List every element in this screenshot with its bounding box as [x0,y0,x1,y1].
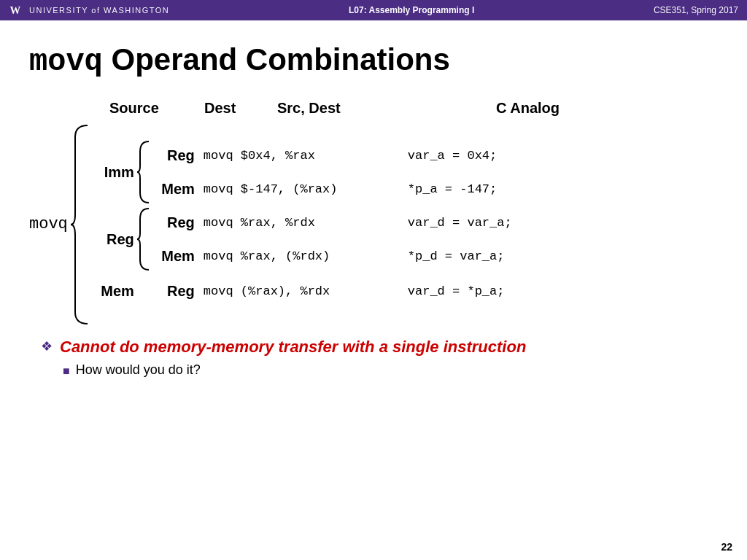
imm-group: Imm Reg movq $0x4, %rax var_a = 0x4; Mem… [94,139,512,206]
header-course-info: CSE351, Spring 2017 [654,5,738,15]
row-imm-reg: Reg movq $0x4, %rax var_a = 0x4; [155,139,497,172]
square-bullet-icon: ■ [63,365,70,378]
col-header-canalog: C Analog [496,100,657,117]
mem-group: Mem Reg movq (%rax), %rdx var_d = *p_a; [94,273,512,309]
header-university-label: UNIVERSITY of WASHINGTON [29,6,169,15]
bottom-section: ❖ Cannot do memory-memory transfer with … [29,337,718,378]
asm-mem-reg: movq (%rax), %rdx [204,284,408,298]
c-reg-mem: *p_d = var_a; [408,249,505,263]
outer-brace-icon [69,122,91,327]
asm-imm-reg: movq $0x4, %rax [204,149,408,163]
main-bullet: ❖ Cannot do memory-memory transfer with … [41,337,718,358]
title-mono: movq [29,44,103,79]
main-bullet-text: Cannot do memory-memory transfer with a … [60,337,526,358]
asm-reg-reg: movq %rax, %rdx [204,216,408,230]
c-reg-reg: var_d = var_a; [408,216,512,230]
sub-bullet-text: How would you do it? [76,362,201,378]
reg-inner-brace-icon [136,206,152,273]
svg-text:W: W [9,4,20,16]
dest-reg-label-2: Reg [155,214,195,231]
asm-reg-mem: movq %rax, (%rdx) [204,249,408,263]
reg-dest-rows: Reg movq %rax, %rdx var_d = var_a; Mem m… [155,206,512,273]
dest-mem-label-1: Mem [155,181,195,198]
page-number: 22 [721,541,732,553]
dest-reg-label-1: Reg [155,147,195,164]
source-reg-label: Reg [94,231,134,248]
column-headers: Source Dest Src, Dest C Analog [109,100,718,117]
header-course-title: L07: Assembly Programming I [349,5,474,15]
uw-logo-icon: W [9,2,25,18]
col-header-dest: Dest [204,100,263,117]
dest-mem-label-2: Mem [155,248,195,265]
main-content: movq Operand Combinations Source Dest Sr… [0,20,747,392]
imm-dest-rows: Reg movq $0x4, %rax var_a = 0x4; Mem mov… [155,139,497,206]
header-bar: W UNIVERSITY of WASHINGTON L07: Assembly… [0,0,747,20]
title-rest: Operand Combinations [103,42,450,77]
c-imm-reg: var_a = 0x4; [408,149,497,163]
movq-label: movq [29,215,68,233]
rows-container: Imm Reg movq $0x4, %rax var_a = 0x4; Mem… [94,139,512,309]
diamond-bullet-icon: ❖ [41,338,53,354]
dest-reg-label-3: Reg [155,283,195,300]
asm-imm-mem: movq $-147, (%rax) [204,182,408,196]
diagram-area: movq Imm Reg movq $0x4, %rax var_a = 0x [29,121,718,327]
col-header-source: Source [109,100,204,117]
row-mem-reg: Reg movq (%rax), %rdx var_d = *p_a; [155,274,505,308]
source-imm-label: Imm [94,164,134,181]
sub-bullet: ■ How would you do it? [63,362,718,378]
source-mem-label: Mem [94,283,134,300]
c-mem-reg: var_d = *p_a; [408,284,505,298]
c-imm-mem: *p_a = -147; [408,182,497,196]
header-left: W UNIVERSITY of WASHINGTON [9,2,169,18]
page-title: movq Operand Combinations [29,42,718,79]
reg-group: Reg Reg movq %rax, %rdx var_d = var_a; M… [94,206,512,273]
imm-inner-brace-icon [136,139,152,206]
row-reg-reg: Reg movq %rax, %rdx var_d = var_a; [155,206,512,239]
row-reg-mem: Mem movq %rax, (%rdx) *p_d = var_a; [155,239,512,273]
col-header-srcdest: Src, Dest [277,100,496,117]
row-imm-mem: Mem movq $-147, (%rax) *p_a = -147; [155,172,497,206]
